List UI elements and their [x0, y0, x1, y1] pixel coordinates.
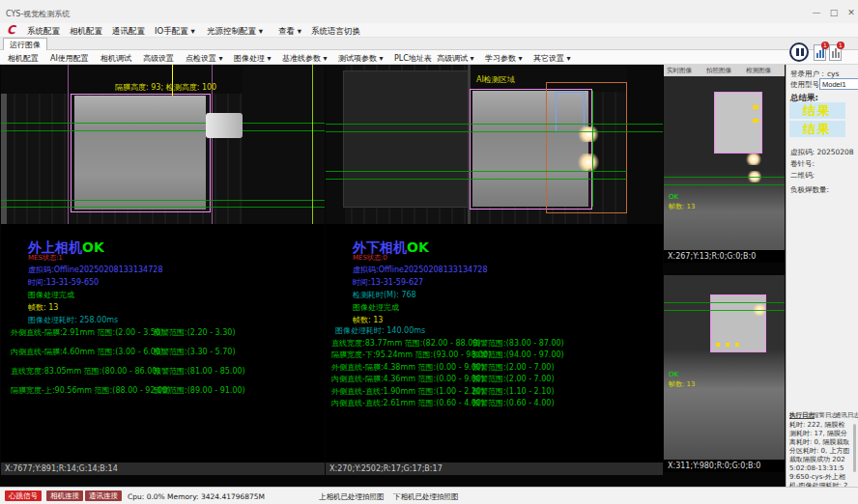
- needle-number-label: 卷针号:: [790, 159, 815, 169]
- virtual-code: 虚拟码:Offline20250208133134728: [28, 266, 162, 274]
- guide-line-green: [592, 91, 593, 207]
- menu-io-config[interactable]: IO手配置 ▾: [155, 26, 195, 38]
- view-tab-result[interactable]: 检测图像: [746, 67, 771, 75]
- measure-line-green: [1, 207, 325, 208]
- virtual-code-field: 虚拟码: 20250208: [790, 148, 854, 157]
- maximize-button[interactable]: □: [827, 8, 841, 17]
- camera-title: 外下相机OK: [353, 240, 429, 254]
- measurement-row: 隔膜宽度-下:95.24mm 范围:(93.00 - 98.00): [331, 350, 491, 360]
- measure-value: 内侧直线-隔膜:4.60mm 范围:(3.00 - 6.00): [11, 348, 163, 356]
- bar-chart-icon: [832, 51, 834, 58]
- right-info-panel: 登录用户： cys 使用型号： 总结果: 结果 结果 虚拟码: 20250208…: [786, 65, 858, 487]
- camera-view-lower-outer[interactable]: AI检测区域: [326, 65, 663, 224]
- log-tab-execute[interactable]: 执行日志: [789, 411, 815, 420]
- measure-value: 外侧直线-隔膜:2.91mm 范围:(2.00 - 3.50): [11, 328, 163, 337]
- menu-comm-config[interactable]: 通讯配置: [112, 26, 145, 38]
- bar-chart-icon: [838, 52, 840, 58]
- log-tab-comm[interactable]: 通讯日志: [835, 411, 858, 420]
- camera-name: 外下相机: [353, 239, 407, 255]
- tool-camera-debug[interactable]: 相机调试: [100, 53, 131, 64]
- menubar: C 系统配置 相机配置 通讯配置 IO手配置 ▾ 光源控制配置 ▾ 查看 ▾ 系…: [0, 23, 858, 38]
- bar-chart-icon: [816, 53, 818, 58]
- measure-line-green: [664, 177, 785, 178]
- small-camera-view-top[interactable]: OK 帧数: 13: [664, 76, 785, 250]
- tab-row: 运行图像: [0, 38, 858, 50]
- view-tab-live[interactable]: 实时图像: [667, 67, 692, 75]
- view-tab-capture[interactable]: 拍照图像: [706, 67, 731, 75]
- pause-icon: [801, 48, 804, 56]
- marker-yellow: [753, 105, 758, 109]
- device-status-button[interactable]: 1: [829, 44, 842, 61]
- machine-slab: [343, 70, 471, 208]
- measure-value: 外侧直线-隔膜:4.38mm 范围:(0.00 - 9.00): [331, 363, 484, 372]
- result-block-upper: 结果: [789, 102, 845, 119]
- bar-chart-icon: [835, 48, 837, 58]
- tab-run-image[interactable]: 运行图像: [3, 38, 47, 50]
- menu-system-config[interactable]: 系统配置: [27, 26, 60, 38]
- measurement-row: 内侧直线-隔膜:4.36mm 范围:(0.00 - 9.00): [331, 374, 484, 384]
- close-button[interactable]: ✕: [844, 8, 858, 17]
- tool-image-process[interactable]: 图像处理 ▾: [234, 53, 272, 64]
- measure-line-green: [1, 130, 325, 131]
- log-scrollbar[interactable]: [853, 424, 856, 472]
- measurement-row: 内侧直线-隔膜:4.60mm 范围:(3.00 - 6.00): [11, 347, 163, 357]
- warn-range: 预警范围:(94.00 - 97.00): [472, 350, 564, 360]
- warn-range: 预警范围:(81.00 - 85.00): [154, 366, 245, 377]
- camera-name: 外上相机: [28, 239, 82, 255]
- tool-ai-config[interactable]: AI使用配置: [50, 53, 89, 64]
- measure-line-green: [664, 302, 785, 303]
- tool-test-params[interactable]: 测试项参数 ▾: [338, 53, 384, 64]
- pixel-coords-readout: X:267;Y:13;R:0;G:0;B:0: [664, 250, 785, 263]
- guide-line-bright: [312, 65, 313, 224]
- measure-line-green: [664, 184, 785, 185]
- result-ok: OK: [407, 239, 429, 255]
- tool-advanced-debug[interactable]: 高级调试 ▾: [437, 53, 474, 64]
- camera-link-badge: 相机连接: [46, 490, 83, 501]
- product-region: [714, 92, 762, 154]
- measure-line-green: [1, 123, 325, 124]
- pixel-coords-readout: X:311;Y:980;R:0;G:0;B:0: [664, 460, 785, 472]
- bar-chart-icon: [819, 50, 821, 58]
- gripper-part: [206, 113, 243, 138]
- process-done: 图像处理完成: [353, 304, 399, 312]
- tool-learning-params[interactable]: 学习参数 ▾: [485, 53, 523, 64]
- marker-yellow: [753, 119, 758, 123]
- measure-line-green: [326, 179, 627, 180]
- tool-advanced-settings[interactable]: 高级设置: [143, 53, 174, 64]
- measure-line-green: [326, 171, 627, 172]
- tool-baseline-params[interactable]: 基准线参数 ▾: [282, 53, 328, 64]
- menu-camera-config[interactable]: 相机配置: [70, 26, 102, 38]
- app-logo-icon: C: [7, 23, 15, 37]
- measure-line-green: [326, 124, 663, 125]
- measurement-row: 外侧直线-隔膜:4.38mm 范围:(0.00 - 9.00): [331, 362, 484, 373]
- pause-button[interactable]: [789, 42, 809, 62]
- measure-value: 内侧直线-隔膜:4.36mm 范围:(0.00 - 9.00): [331, 375, 484, 383]
- tool-camera-config[interactable]: 相机配置: [8, 53, 39, 64]
- tool-plc-table[interactable]: PLC地址表: [394, 53, 432, 64]
- measurement-row: 外侧直线-直线:1.90mm 范围:(1.00 - 2.20): [331, 386, 484, 397]
- notification-badge: 1: [837, 42, 844, 49]
- small-camera-view-bottom[interactable]: OK 帧数: 13: [664, 275, 785, 460]
- menu-language-switch[interactable]: 系统语言切换: [311, 26, 360, 38]
- model-input[interactable]: [819, 78, 858, 90]
- minimize-button[interactable]: —: [810, 8, 823, 17]
- notification-badge: 1: [821, 42, 829, 49]
- weld-count-label: 负极焊数量:: [790, 185, 829, 195]
- tool-other-settings[interactable]: 其它设置 ▾: [533, 53, 571, 64]
- weld-glow: [577, 126, 600, 142]
- warn-range: 预警范围:(83.00 - 87.00): [472, 338, 564, 349]
- algo-elapsed: 检测耗时(M): 768: [353, 292, 416, 299]
- measure-line-green: [326, 131, 663, 132]
- pause-icon: [796, 48, 799, 56]
- warn-range: 预警范围:(1.10 - 2.10): [472, 386, 555, 397]
- measurement-row: 直线宽度:83.77mm 范围:(82.00 - 88.00): [331, 338, 480, 349]
- process-done: 图像处理完成: [28, 292, 74, 299]
- status-bar: 心跳信号 相机连接 通讯连接 Cpu: 0.0% Memory: 3424.41…: [0, 487, 858, 504]
- camera-panel-upper-outer: 隔膜高度: 93; 检测高度: 100 外上相机OK MES状态:1 虚拟码:O…: [1, 65, 325, 475]
- menu-light-config[interactable]: 光源控制配置 ▾: [207, 26, 263, 38]
- camera-view-upper-outer[interactable]: 隔膜高度: 93; 检测高度: 100: [1, 65, 325, 224]
- titlebar: CYS-视觉检测系统 — □ ✕: [0, 0, 858, 23]
- signal-status-button[interactable]: 1: [814, 44, 826, 61]
- tool-spot-check[interactable]: 点检设置 ▾: [186, 53, 223, 64]
- menu-view[interactable]: 查看 ▾: [278, 26, 301, 38]
